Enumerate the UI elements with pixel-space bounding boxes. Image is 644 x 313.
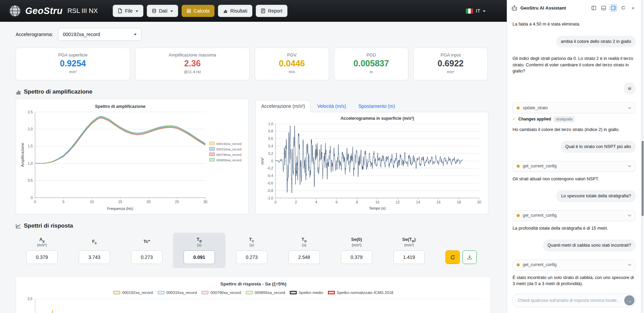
svg-text:20: 20 [146,200,151,204]
download-button[interactable] [462,250,477,264]
refresh-chat-icon[interactable] [619,4,627,12]
svg-text:0,6: 0,6 [268,136,273,141]
stat-card: Amplificazione massima 2.36 @11.4 Hz [135,48,250,80]
chat-input-wrap: → [512,294,636,307]
accelerogram-panel: Accelerazione (m/s²)Velocità (m/s)Sposta… [255,99,488,214]
accelerogram-selector-row: Accelerogramma: 000192xa_record [16,28,491,41]
layout-split-icon[interactable] [590,4,597,12]
stat-card-unit: m/s [258,70,326,74]
check-icon: ✓ [513,116,516,122]
main-column: GeoStru RSL III NX File Dati Calcola Ris… [0,0,507,313]
param-value-box[interactable]: 0.379 [26,250,58,264]
legend-swatch [158,291,164,294]
svg-text:25: 25 [175,200,179,204]
close-panel-icon[interactable]: × [629,4,637,12]
report-button[interactable]: Report [256,5,287,17]
param-value-box[interactable]: 2.548 [288,250,320,264]
svg-text:2,5: 2,5 [28,110,33,114]
svg-text:m/s²: m/s² [260,157,264,165]
svg-text:0: 0 [34,200,36,204]
recalculate-button[interactable] [445,250,460,264]
legend-swatch [246,291,253,294]
chevron-down-icon [628,165,631,167]
main-content: Accelerogramma: 000192xa_record PGA supe… [0,22,507,313]
response-spectrum-legend: 000192xa_record 000315xa_record 000790xa… [19,291,488,295]
tab-spostamento[interactable]: Spostamento (m) [352,100,400,112]
param-column-tb: TB (s) 0.091 [173,233,225,268]
user-message: Quanti metri di sabbia sono stati incont… [513,240,635,251]
chevron-down-icon [483,11,486,12]
user-message-bubble: si [624,83,635,95]
ai-assistant-panel: GeoStru AI Assistant × La falda a 4.50 m… [507,0,644,313]
amplification-section-title: Spettro di amplificazione [16,88,491,95]
svg-text:0,5: 0,5 [28,178,33,182]
tab-accelerazione[interactable]: Accelerazione (m/s²) [255,100,311,112]
svg-text:4: 4 [315,200,317,204]
svg-text:-0,8: -0,8 [267,188,273,193]
stat-card: PGA superficie 0.9254 m/s² [16,48,130,80]
user-message: Qual è lo strato con NSPT più alto [513,141,635,153]
report-document-icon [261,9,265,13]
layout-bottom-icon[interactable] [600,4,607,12]
tool-call-chip[interactable]: get_current_config [513,210,635,221]
svg-text:0: 0 [271,159,273,163]
calcola-label: Calcola [194,8,210,14]
scrollbar-thumb[interactable] [642,141,644,216]
assistant-message: Gli indici degli strati partono da 0. Lo… [513,55,635,75]
result-tabs: Accelerazione (m/s²)Velocità (m/s)Sposta… [255,99,488,112]
file-menu-button[interactable]: File [113,5,143,17]
param-value-box[interactable]: 0.273 [131,250,162,264]
language-selector[interactable]: IT [466,8,486,14]
chat-input[interactable] [512,294,636,307]
svg-text:Amplificazione: Amplificazione [20,143,25,167]
send-button[interactable]: → [624,295,634,306]
svg-text:Spettro di amplificazione: Spettro di amplificazione [95,104,145,109]
file-menu-label: File [125,8,133,14]
param-value-box[interactable]: 1.419 [393,250,425,264]
stat-card-unit: m/s² [19,70,127,74]
layout-right-panel-icon[interactable] [610,4,617,12]
chat-message-list: La falda a 4.50 m è stata eliminata.ambi… [507,16,641,293]
risultati-label: Risultati [230,8,247,14]
tool-call-chip[interactable]: get_current_config [513,161,635,172]
svg-text:000315xa_record: 000315xa_record [216,147,241,151]
svg-text:1,0: 1,0 [268,122,273,126]
response-spectrum-chart: 3,5 [19,295,489,313]
svg-text:0: 0 [31,196,33,200]
ai-panel-header: GeoStru AI Assistant × [507,0,641,16]
chevron-down-icon [628,107,631,109]
stat-card-value: 2.36 [138,59,247,68]
dati-menu-button[interactable]: Dati [147,5,178,17]
param-column-setb: Se(TB) (m/s²) 1.419 [383,233,435,268]
legend-item: Spettro normalizzato ICMS 2018 [328,291,393,295]
stat-card-label: PGA superficie [19,52,127,57]
svg-text:18: 18 [457,200,461,204]
refresh-icon [450,254,456,260]
ai-panel-title: GeoStru AI Assistant [520,5,566,11]
svg-text:15: 15 [118,200,122,204]
tool-name: get_current_config [523,213,556,218]
tab-velocita[interactable]: Velocità (m/s) [311,100,352,112]
param-value-box[interactable]: 3.743 [79,250,110,264]
svg-text:3,5: 3,5 [27,297,32,301]
user-message: si [513,83,635,95]
risultati-button[interactable]: Risultati [218,5,252,17]
param-value-box[interactable]: 0.091 [184,250,215,264]
svg-text:0,2: 0,2 [268,151,273,155]
tool-call-chip[interactable]: update_strato [513,102,635,113]
svg-text:1,5: 1,5 [28,144,33,148]
param-value-box[interactable]: 0.273 [236,250,267,264]
stat-card-value: 0.6922 [417,59,485,68]
param-value-box[interactable]: 0.379 [341,250,372,264]
response-spectrum-title: Spettro di risposta - Sa (ξ=5%) [19,281,488,286]
accelerogramma-select[interactable]: 000192xa_record [58,28,142,41]
tool-call-chip[interactable]: get_current_config [513,260,635,270]
svg-text:0,4: 0,4 [268,144,273,148]
calcola-button[interactable]: Calcola [182,5,215,17]
panel-scrollbar[interactable] [641,0,644,313]
results-chart-icon [223,9,227,13]
svg-text:000790xa_record: 000790xa_record [216,153,241,156]
user-message: Lo spessore totale della stratigrafia? [513,190,635,202]
line-chart-icon [16,223,21,229]
legend-item: Spettro medio [290,291,323,295]
